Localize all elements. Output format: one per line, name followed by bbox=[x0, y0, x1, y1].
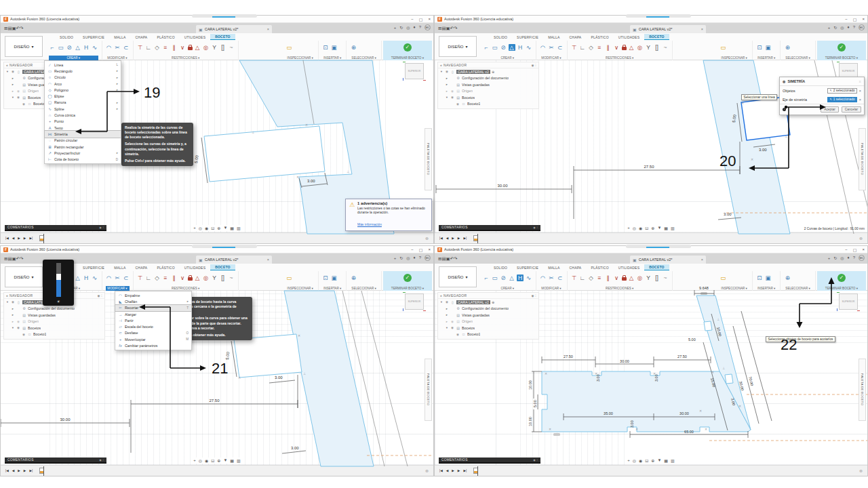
maximize-button[interactable]: ▢ bbox=[853, 17, 857, 22]
parallel-icon[interactable]: ∥ bbox=[605, 274, 612, 281]
slot-icon[interactable]: H bbox=[517, 44, 524, 51]
user-avatar[interactable]: MC bbox=[859, 24, 865, 30]
visibility-eye-icon[interactable]: ◉ bbox=[22, 333, 26, 336]
expander-icon[interactable]: ▸ bbox=[11, 313, 15, 317]
workspace-dropdown[interactable]: DISEÑO▾ bbox=[439, 266, 477, 287]
collapse-panel-icon[interactable]: « bbox=[6, 293, 8, 298]
objects-selection-chip[interactable]: ⇖2 seleccionado bbox=[827, 88, 856, 94]
close-button[interactable]: × bbox=[862, 17, 865, 22]
slider-track[interactable] bbox=[56, 263, 61, 297]
ribbon-tab-solido[interactable]: SOLIDO bbox=[55, 35, 78, 40]
trim-icon[interactable]: ✂ bbox=[548, 44, 555, 51]
concentric-icon[interactable]: ◎ bbox=[637, 274, 644, 281]
ribbon-tab-pl-stico[interactable]: PLÁSTICO bbox=[586, 35, 613, 40]
timeline-settings-icon[interactable]: ⊛ bbox=[859, 468, 863, 473]
comments-bar[interactable]: COMENTARIOS ◉ ⁝ bbox=[5, 458, 106, 464]
ribbon-tab-utilidades[interactable]: UTILIDADES bbox=[614, 35, 644, 40]
menu-item-alargar[interactable]: →Alargar bbox=[115, 311, 191, 317]
offset-icon[interactable]: ⊂ bbox=[123, 274, 130, 281]
menu-item-spline[interactable]: ∿Spline▸ bbox=[45, 106, 121, 112]
minimize-button[interactable]: − bbox=[845, 17, 848, 22]
ribbon-group-label-inspeccionar[interactable]: INSPECCIONAR ▾ bbox=[719, 56, 749, 60]
go-end-icon[interactable]: ▶| bbox=[29, 469, 33, 472]
ribbon-tab-pl-stico[interactable]: PLÁSTICO bbox=[586, 265, 613, 270]
panel-options-icon[interactable]: ◉ ⁝ bbox=[531, 294, 536, 298]
slot-icon[interactable]: H bbox=[83, 274, 90, 281]
ribbon-group-label-insertar[interactable]: INSERTAR ▾ bbox=[322, 56, 342, 60]
menu-item-elipse[interactable]: ◯Elipse bbox=[45, 93, 121, 99]
expander-icon[interactable]: ▸ bbox=[445, 77, 449, 80]
minimize-button[interactable]: − bbox=[411, 247, 414, 252]
clear-selection-icon[interactable]: × bbox=[859, 98, 861, 102]
panel-options-icon[interactable]: ◉ ⁝ bbox=[531, 64, 536, 67]
extensions-icon[interactable]: ◎ bbox=[406, 256, 410, 260]
add-badge-icon[interactable]: ⊕ bbox=[492, 300, 494, 304]
play-icon[interactable]: ▶ bbox=[452, 469, 454, 472]
look-at-icon[interactable]: ◉ bbox=[205, 226, 208, 230]
menu-item-ranura[interactable]: ▢Ranura▸ bbox=[45, 100, 121, 106]
navigator-item-boceto1[interactable]: ◉□Boceto1 bbox=[4, 331, 104, 338]
play-icon[interactable]: ▶ bbox=[18, 237, 20, 240]
navigator-item-cara-lateral-v2[interactable]: ▾◉▯CARA LATERAL v2⊕ bbox=[438, 299, 538, 306]
ribbon-group-label-crear[interactable]: CREAR ▾ bbox=[483, 56, 532, 60]
menu-item-l-nea[interactable]: ∕LíneaL bbox=[45, 62, 121, 68]
concentric-icon[interactable]: ◎ bbox=[637, 44, 644, 51]
sketch-palette-tab[interactable]: PALETA DE BOCETO bbox=[425, 359, 432, 421]
symmetry-icon[interactable]: [] bbox=[220, 274, 226, 281]
select-icon[interactable]: ⊕ bbox=[784, 44, 791, 51]
mirror-icon[interactable]: △ bbox=[509, 274, 515, 281]
grid-settings-icon[interactable]: ▦ bbox=[664, 226, 668, 230]
navigator-item-cara-lateral-v2[interactable]: ▾◉▯CARA LATERAL v2⊕ bbox=[438, 68, 538, 75]
menu-item-escala-del-boceto[interactable]: ▱Escala del boceto bbox=[115, 323, 191, 329]
comments-bar[interactable]: COMENTARIOS ◉ ⁝ bbox=[439, 458, 540, 464]
menu-item-partir[interactable]: ⊣Partir bbox=[115, 317, 191, 323]
go-start-icon[interactable]: |◀ bbox=[5, 469, 9, 472]
offset-icon[interactable]: ⊂ bbox=[123, 44, 130, 51]
ribbon-group-label-modificar[interactable]: MODIFICAR ▾ bbox=[540, 56, 564, 60]
maximize-button[interactable]: ▢ bbox=[419, 247, 423, 252]
step-forward-icon[interactable]: ▶ bbox=[24, 469, 26, 472]
visibility-eye-icon[interactable]: ◉ bbox=[445, 300, 449, 304]
offset-icon[interactable]: ⊂ bbox=[557, 44, 564, 51]
step-back-icon[interactable]: ◀ bbox=[446, 469, 449, 472]
finish-sketch-icon[interactable]: ✓ bbox=[403, 274, 412, 282]
tangent-icon[interactable]: ◇ bbox=[154, 44, 161, 51]
more-info-link[interactable]: Más información bbox=[357, 223, 382, 226]
measure-icon[interactable]: ▭ bbox=[285, 274, 292, 281]
add-tab-button[interactable]: + bbox=[394, 26, 397, 30]
ribbon-group-label-terminar-boceto[interactable]: TERMINAR BOCETO ▾ bbox=[824, 56, 859, 60]
grid-settings-icon[interactable]: ▦ bbox=[230, 226, 234, 230]
maximize-button[interactable]: ▢ bbox=[419, 17, 423, 22]
sketch-line-icon[interactable]: ⌐ bbox=[483, 44, 490, 51]
visibility-eye-icon[interactable]: ◉ bbox=[11, 70, 15, 73]
spline-icon[interactable]: ∿ bbox=[526, 274, 532, 281]
ribbon-group-label-inspeccionar[interactable]: INSPECCIONAR ▾ bbox=[285, 286, 315, 291]
collapse-panel-icon[interactable]: « bbox=[440, 63, 442, 67]
slot-icon[interactable]: H bbox=[83, 44, 90, 51]
ribbon-tab-malla[interactable]: MALLA bbox=[543, 35, 564, 40]
ribbon-tab-boceto[interactable]: BOCETO bbox=[644, 264, 669, 270]
zoom-window-icon[interactable]: ⊡ bbox=[211, 458, 214, 463]
expander-icon[interactable]: ▸ bbox=[445, 89, 449, 93]
expander-icon[interactable]: ▸ bbox=[445, 307, 449, 310]
menu-item-arco[interactable]: ◠Arco▸ bbox=[45, 81, 121, 87]
notifications-icon[interactable]: ♦ bbox=[848, 25, 850, 30]
close-tab-icon[interactable]: × bbox=[701, 258, 703, 262]
navigator-item-vistas-guardadas[interactable]: ▸▤Vistas guardadas bbox=[438, 312, 538, 319]
ribbon-group-label-crear[interactable]: CREAR ▾ bbox=[49, 56, 98, 60]
horizontal-vertical-icon[interactable]: ∟ bbox=[145, 274, 152, 281]
concentric-icon[interactable]: ◎ bbox=[203, 44, 210, 51]
menu-item-mover-copiar[interactable]: +Mover/copiarM bbox=[115, 336, 191, 342]
trim-icon[interactable]: ✂ bbox=[114, 274, 121, 281]
notifications-icon[interactable]: ♦ bbox=[414, 256, 416, 260]
insert-icon[interactable]: ⊡ bbox=[322, 274, 329, 281]
extensions-icon[interactable]: ◎ bbox=[840, 256, 844, 260]
menu-item-texto[interactable]: ATexto bbox=[45, 125, 121, 131]
fix-icon[interactable]: △ bbox=[194, 274, 201, 281]
zoom-icon[interactable]: ⊕ bbox=[651, 226, 654, 230]
ribbon-tab-chapa[interactable]: CHAPA bbox=[131, 35, 153, 40]
comments-bar[interactable]: COMENTARIOS ◉ ⁝ bbox=[5, 225, 106, 231]
comments-bar[interactable]: COMENTARIOS ◉ ⁝ bbox=[439, 225, 540, 231]
insert-icon[interactable]: ⊡ bbox=[322, 44, 329, 51]
expander-icon[interactable]: ▾ bbox=[5, 300, 9, 304]
